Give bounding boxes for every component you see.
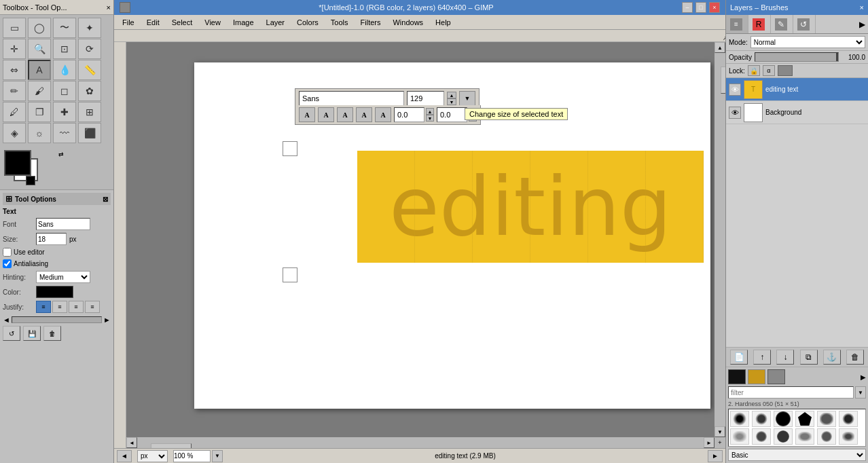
tool-heal[interactable]: ✚ <box>53 102 76 122</box>
tool-crop[interactable]: ⊡ <box>53 39 76 59</box>
brush-item-9[interactable] <box>774 428 793 445</box>
lower-layer-btn[interactable]: ↓ <box>776 350 794 365</box>
tool-options-scrollbar[interactable] <box>12 316 102 323</box>
tool-rect-select[interactable]: ▭ <box>3 18 26 38</box>
justify-center-btn[interactable]: ≡ <box>52 301 67 313</box>
tool-move[interactable]: ✛ <box>3 39 26 59</box>
zoom-dropdown[interactable]: ▼ <box>212 450 223 462</box>
size-input[interactable] <box>36 233 67 245</box>
tool-eraser[interactable]: ◻ <box>53 81 76 101</box>
offset-x-up[interactable]: ▲ <box>426 108 434 115</box>
tool-flip[interactable]: ⇔ <box>3 60 26 80</box>
brush-filter-input[interactable] <box>728 386 854 399</box>
brush-swatch-black[interactable] <box>728 369 746 384</box>
toolbox-close-btn[interactable]: × <box>107 3 111 12</box>
horizontal-scrollbar[interactable]: ◄ ► <box>126 437 715 448</box>
tool-pencil[interactable]: ✏ <box>3 81 26 101</box>
text-offset-x-input[interactable] <box>394 107 424 122</box>
tool-measure[interactable]: 📏 <box>78 60 101 80</box>
selection-handle-bl[interactable] <box>283 267 297 282</box>
nav-left-btn[interactable]: ◄ <box>117 450 132 462</box>
tool-bucket[interactable]: ⬛ <box>78 123 101 143</box>
zoom-input[interactable] <box>173 450 211 462</box>
tab-paths[interactable]: ✎ <box>771 15 793 33</box>
text-align-center-btn[interactable]: A <box>318 107 334 122</box>
tool-perspective-clone[interactable]: ⊞ <box>78 102 101 122</box>
fg-color-swatch[interactable] <box>4 150 31 176</box>
menu-image[interactable]: Image <box>228 17 259 28</box>
menu-colors[interactable]: Colors <box>291 17 324 28</box>
delete-layer-btn[interactable]: 🗑 <box>846 350 864 365</box>
tool-transform[interactable]: ⟳ <box>78 39 101 59</box>
font-input[interactable]: Sans <box>36 218 90 230</box>
lock-pixels-btn[interactable]: 🔒 <box>748 65 760 76</box>
tool-text[interactable]: A <box>28 60 51 80</box>
tool-color-picker[interactable]: 💧 <box>53 60 76 80</box>
menu-select[interactable]: Select <box>166 17 198 28</box>
justify-right-btn[interactable]: ≡ <box>69 301 84 313</box>
menu-filters[interactable]: Filters <box>355 17 386 28</box>
tool-paint[interactable]: 🖌 <box>28 81 51 101</box>
tool-ink[interactable]: 🖊 <box>3 102 26 122</box>
nav-right-btn[interactable]: ► <box>708 450 723 462</box>
scroll-right-icon[interactable]: ► <box>103 316 111 324</box>
tool-preset-restore[interactable]: ↺ <box>3 326 20 341</box>
text-align-fill-btn[interactable]: A <box>375 107 391 122</box>
justify-fill-btn[interactable]: ≡ <box>85 301 100 313</box>
scroll-h-thumb[interactable] <box>151 443 192 448</box>
anchor-layer-btn[interactable]: ⚓ <box>823 350 841 365</box>
tool-options-close[interactable]: ⊠ <box>103 196 108 203</box>
text-align-left-btn[interactable]: A <box>299 107 315 122</box>
scroll-v-up-btn[interactable]: ▲ <box>715 42 725 53</box>
menu-edit[interactable]: Edit <box>141 17 165 28</box>
reset-colors-icon[interactable] <box>26 176 35 185</box>
tool-free-select[interactable]: 〜 <box>53 18 76 38</box>
font-size-up[interactable]: ▲ <box>447 92 456 98</box>
opacity-slider[interactable] <box>755 52 839 62</box>
layer-row-background[interactable]: 👁 Background <box>726 101 868 124</box>
lock-alpha-btn[interactable]: α <box>763 65 775 76</box>
duplicate-layer-btn[interactable]: ⧉ <box>800 350 818 365</box>
tool-ellipse-select[interactable]: ◯ <box>28 18 51 38</box>
scroll-v-down-btn[interactable]: ▼ <box>715 426 725 437</box>
brush-item-10[interactable] <box>795 428 814 445</box>
hinting-select[interactable]: Medium None Slight Full <box>36 271 90 283</box>
panel-menu-btn[interactable]: ▶ <box>856 15 868 33</box>
tool-zoom[interactable]: 🔍 <box>28 39 51 59</box>
text-align-justify-btn[interactable]: A <box>356 107 372 122</box>
brush-item-8[interactable] <box>752 428 771 445</box>
tab-channels[interactable]: R <box>748 15 771 33</box>
brush-filter-dropdown[interactable]: ▼ <box>855 386 866 399</box>
tool-clone[interactable]: ❐ <box>28 102 51 122</box>
canvas-scroll-wrapper[interactable]: editing ▲ ▼ <box>126 42 725 448</box>
antialiasing-checkbox[interactable] <box>3 259 12 268</box>
tab-undo[interactable]: ↺ <box>793 15 816 33</box>
brush-swatch-grey[interactable] <box>767 369 785 384</box>
fit-canvas-btn[interactable]: + <box>715 437 725 448</box>
swap-colors-icon[interactable]: ⇄ <box>58 151 64 158</box>
brush-category-select[interactable]: Basic Classic Sketch <box>728 449 866 461</box>
brush-item-6[interactable] <box>839 411 858 427</box>
use-editor-checkbox[interactable] <box>3 248 12 257</box>
brush-item-4[interactable] <box>795 411 814 427</box>
tab-layers[interactable]: ≡ <box>726 15 748 33</box>
brush-panel-expand[interactable]: ▶ <box>861 373 866 381</box>
minimize-btn[interactable]: – <box>682 2 693 13</box>
lock-color-swatch[interactable] <box>778 65 793 76</box>
menu-help[interactable]: Help <box>430 17 456 28</box>
tool-airbrush[interactable]: ✿ <box>78 81 101 101</box>
scroll-left-icon[interactable]: ◄ <box>3 316 10 324</box>
tool-blur[interactable]: ◈ <box>3 123 26 143</box>
brush-swatch-gold[interactable] <box>748 369 765 384</box>
maximize-btn[interactable]: □ <box>695 2 706 13</box>
font-select-input[interactable] <box>299 91 404 106</box>
selection-handle-tl[interactable] <box>283 141 297 156</box>
layer-visibility-bg[interactable]: 👁 <box>729 107 741 119</box>
vertical-scrollbar[interactable]: ▲ ▼ <box>715 42 725 437</box>
mode-select[interactable]: Normal Multiply Screen <box>751 36 865 48</box>
menu-windows[interactable]: Windows <box>387 17 429 28</box>
menu-view[interactable]: View <box>199 17 226 28</box>
tool-preset-save[interactable]: 💾 <box>23 326 41 341</box>
new-layer-btn[interactable]: 📄 <box>730 350 748 365</box>
menu-file[interactable]: File <box>117 17 140 28</box>
